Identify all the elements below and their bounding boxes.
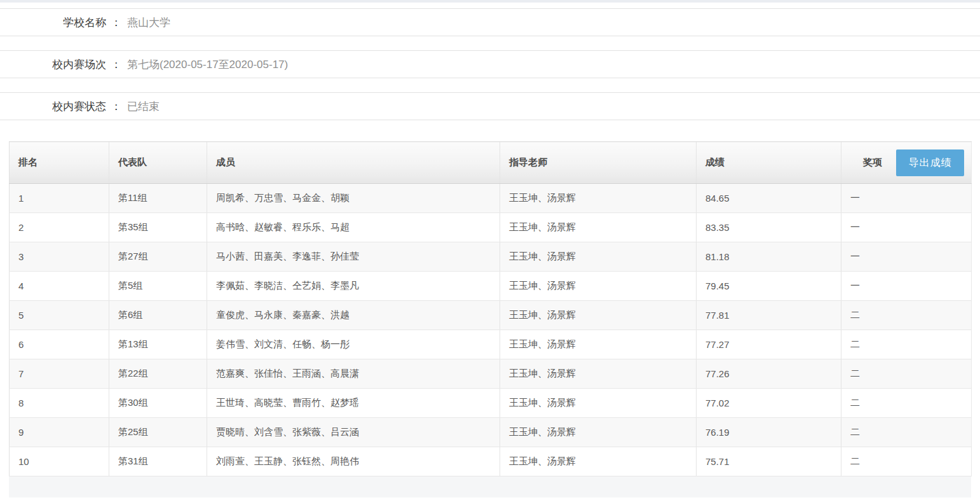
team-cell: 第27组 — [109, 242, 207, 272]
teachers-cell: 王玉坤、汤景辉 — [500, 359, 697, 389]
header-award-label: 奖项 — [863, 156, 882, 167]
score-cell: 76.19 — [697, 418, 841, 447]
page-root: 学校名称 ： 燕山大学 校内赛场次 ： 第七场(2020-05-17至2020-… — [0, 0, 980, 497]
members-cell: 刘雨萱、王玉静、张钰然、周艳伟 — [207, 447, 500, 476]
rank-cell: 2 — [10, 213, 109, 242]
header-award: 奖项 导出成绩 — [841, 142, 972, 184]
export-scores-button[interactable]: 导出成绩 — [896, 149, 964, 176]
table-row: 1 第11组 周凯希、万忠雪、马金金、胡颖 王玉坤、汤景辉 84.65 一 — [10, 184, 972, 213]
teachers-cell: 王玉坤、汤景辉 — [500, 184, 697, 213]
session-label: 校内赛场次 — [0, 57, 106, 72]
table-row: 7 第22组 范嘉爽、张佳怡、王雨涵、高晨潇 王玉坤、汤景辉 77.26 二 — [10, 359, 972, 389]
team-cell: 第11组 — [109, 184, 207, 213]
rank-cell: 6 — [10, 330, 109, 359]
table-footer — [9, 476, 971, 497]
award-cell: 一 — [841, 272, 972, 301]
score-cell: 79.45 — [697, 272, 841, 301]
team-cell: 第35组 — [109, 213, 207, 242]
header-score: 成绩 — [697, 142, 841, 184]
teachers-cell: 王玉坤、汤景辉 — [500, 389, 697, 418]
info-row-status: 校内赛状态 ： 已结束 — [0, 92, 980, 120]
team-cell: 第25组 — [109, 418, 207, 447]
results-table: 排名 代表队 成员 指导老师 成绩 奖项 导出成绩 1 第11组 周凯希、万忠雪… — [9, 141, 972, 476]
score-cell: 77.27 — [697, 330, 841, 359]
label-colon: ： — [111, 15, 121, 30]
teachers-cell: 王玉坤、汤景辉 — [500, 242, 697, 272]
status-value: 已结束 — [127, 99, 160, 114]
team-cell: 第6组 — [109, 301, 207, 330]
table-row: 10 第31组 刘雨萱、王玉静、张钰然、周艳伟 王玉坤、汤景辉 75.71 二 — [10, 447, 972, 476]
table-row: 2 第35组 高书晗、赵敏睿、程乐乐、马超 王玉坤、汤景辉 83.35 一 — [10, 213, 972, 242]
table-header-row: 排名 代表队 成员 指导老师 成绩 奖项 导出成绩 — [10, 142, 972, 184]
award-cell: 一 — [841, 213, 972, 242]
award-cell: 一 — [841, 242, 972, 272]
team-cell: 第30组 — [109, 389, 207, 418]
award-cell: 二 — [841, 330, 972, 359]
score-cell: 75.71 — [697, 447, 841, 476]
info-row-session: 校内赛场次 ： 第七场(2020-05-17至2020-05-17) — [0, 50, 980, 78]
members-cell: 贾晓晴、刘含雪、张紫薇、吕云涵 — [207, 418, 500, 447]
table-row: 3 第27组 马小茜、田嘉美、李逸菲、孙佳莹 王玉坤、汤景辉 81.18 一 — [10, 242, 972, 272]
table-row: 4 第5组 李佩茹、李晓洁、仝艺娟、李墨凡 王玉坤、汤景辉 79.45 一 — [10, 272, 972, 301]
award-cell: 二 — [841, 447, 972, 476]
score-cell: 77.81 — [697, 301, 841, 330]
team-cell: 第13组 — [109, 330, 207, 359]
rank-cell: 5 — [10, 301, 109, 330]
award-cell: 二 — [841, 389, 972, 418]
team-cell: 第31组 — [109, 447, 207, 476]
award-cell: 二 — [841, 418, 972, 447]
members-cell: 王世琦、高晓莹、曹雨竹、赵梦瑶 — [207, 389, 500, 418]
award-cell: 二 — [841, 301, 972, 330]
status-label: 校内赛状态 — [0, 99, 106, 114]
members-cell: 马小茜、田嘉美、李逸菲、孙佳莹 — [207, 242, 500, 272]
rank-cell: 7 — [10, 359, 109, 389]
score-cell: 77.26 — [697, 359, 841, 389]
info-row-school-name: 学校名称 ： 燕山大学 — [0, 8, 980, 36]
table-row: 9 第25组 贾晓晴、刘含雪、张紫薇、吕云涵 王玉坤、汤景辉 76.19 二 — [10, 418, 972, 447]
rank-cell: 4 — [10, 272, 109, 301]
header-rank: 排名 — [10, 142, 109, 184]
score-cell: 83.35 — [697, 213, 841, 242]
rank-cell: 8 — [10, 389, 109, 418]
teachers-cell: 王玉坤、汤景辉 — [500, 301, 697, 330]
table-row: 5 第6组 童俊虎、马永康、秦嘉豪、洪越 王玉坤、汤景辉 77.81 二 — [10, 301, 972, 330]
members-cell: 童俊虎、马永康、秦嘉豪、洪越 — [207, 301, 500, 330]
table-row: 8 第30组 王世琦、高晓莹、曹雨竹、赵梦瑶 王玉坤、汤景辉 77.02 二 — [10, 389, 972, 418]
teachers-cell: 王玉坤、汤景辉 — [500, 447, 697, 476]
teachers-cell: 王玉坤、汤景辉 — [500, 418, 697, 447]
label-colon: ： — [111, 99, 121, 114]
rank-cell: 1 — [10, 184, 109, 213]
teachers-cell: 王玉坤、汤景辉 — [500, 272, 697, 301]
table-row: 6 第13组 姜伟雪、刘文清、任畅、杨一彤 王玉坤、汤景辉 77.27 二 — [10, 330, 972, 359]
rank-cell: 3 — [10, 242, 109, 272]
members-cell: 高书晗、赵敏睿、程乐乐、马超 — [207, 213, 500, 242]
score-cell: 81.18 — [697, 242, 841, 272]
members-cell: 范嘉爽、张佳怡、王雨涵、高晨潇 — [207, 359, 500, 389]
score-cell: 77.02 — [697, 389, 841, 418]
members-cell: 姜伟雪、刘文清、任畅、杨一彤 — [207, 330, 500, 359]
award-cell: 一 — [841, 184, 972, 213]
teachers-cell: 王玉坤、汤景辉 — [500, 213, 697, 242]
teachers-cell: 王玉坤、汤景辉 — [500, 330, 697, 359]
session-value: 第七场(2020-05-17至2020-05-17) — [127, 57, 288, 72]
top-strip — [0, 0, 980, 3]
rank-cell: 9 — [10, 418, 109, 447]
header-team: 代表队 — [109, 142, 207, 184]
award-cell: 二 — [841, 359, 972, 389]
team-cell: 第5组 — [109, 272, 207, 301]
school-name-label: 学校名称 — [0, 15, 106, 30]
header-teachers: 指导老师 — [500, 142, 697, 184]
members-cell: 周凯希、万忠雪、马金金、胡颖 — [207, 184, 500, 213]
score-cell: 84.65 — [697, 184, 841, 213]
results-tbody: 1 第11组 周凯希、万忠雪、马金金、胡颖 王玉坤、汤景辉 84.65 一 2 … — [10, 184, 972, 476]
label-colon: ： — [111, 57, 121, 72]
school-name-value: 燕山大学 — [127, 15, 170, 30]
team-cell: 第22组 — [109, 359, 207, 389]
results-table-wrap: 排名 代表队 成员 指导老师 成绩 奖项 导出成绩 1 第11组 周凯希、万忠雪… — [9, 141, 971, 476]
members-cell: 李佩茹、李晓洁、仝艺娟、李墨凡 — [207, 272, 500, 301]
header-members: 成员 — [207, 142, 500, 184]
rank-cell: 10 — [10, 447, 109, 476]
